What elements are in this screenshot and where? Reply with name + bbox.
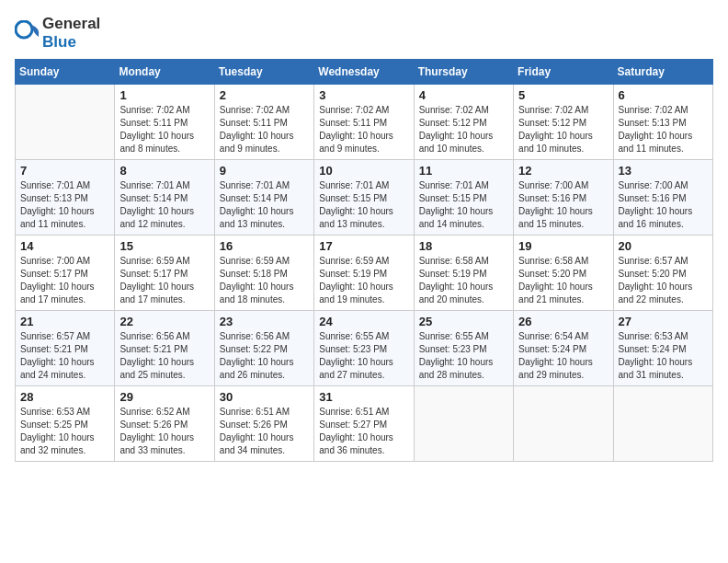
day-cell: 9Sunrise: 7:01 AM Sunset: 5:14 PM Daylig… bbox=[214, 160, 313, 236]
day-number: 6 bbox=[619, 88, 708, 102]
day-cell: 30Sunrise: 6:51 AM Sunset: 5:26 PM Dayli… bbox=[214, 386, 313, 462]
day-cell bbox=[514, 386, 613, 462]
day-number: 2 bbox=[220, 88, 309, 102]
day-info: Sunrise: 6:58 AM Sunset: 5:20 PM Dayligh… bbox=[518, 255, 608, 306]
day-number: 23 bbox=[220, 315, 309, 328]
col-header-thursday: Thursday bbox=[414, 60, 513, 85]
day-number: 26 bbox=[518, 315, 608, 328]
day-number: 4 bbox=[419, 88, 508, 102]
day-info: Sunrise: 7:00 AM Sunset: 5:16 PM Dayligh… bbox=[518, 179, 608, 231]
day-cell bbox=[16, 85, 115, 160]
day-cell: 17Sunrise: 6:59 AM Sunset: 5:19 PM Dayli… bbox=[314, 236, 414, 311]
day-number: 20 bbox=[619, 239, 708, 253]
day-cell: 3Sunrise: 7:02 AM Sunset: 5:11 PM Daylig… bbox=[314, 85, 414, 160]
page-header: General Blue bbox=[15, 15, 713, 52]
day-number: 1 bbox=[119, 88, 209, 102]
calendar-table: SundayMondayTuesdayWednesdayThursdayFrid… bbox=[15, 59, 713, 462]
day-cell: 22Sunrise: 6:56 AM Sunset: 5:21 PM Dayli… bbox=[115, 311, 214, 386]
day-info: Sunrise: 7:00 AM Sunset: 5:16 PM Dayligh… bbox=[619, 179, 708, 231]
week-row-2: 7Sunrise: 7:01 AM Sunset: 5:13 PM Daylig… bbox=[16, 160, 713, 236]
day-number: 30 bbox=[220, 390, 309, 404]
day-number: 21 bbox=[20, 315, 109, 328]
day-info: Sunrise: 6:56 AM Sunset: 5:21 PM Dayligh… bbox=[119, 330, 209, 382]
day-cell: 21Sunrise: 6:57 AM Sunset: 5:21 PM Dayli… bbox=[16, 311, 115, 386]
day-info: Sunrise: 7:02 AM Sunset: 5:13 PM Dayligh… bbox=[619, 104, 708, 155]
logo-general: General bbox=[42, 15, 100, 32]
day-number: 16 bbox=[220, 239, 309, 253]
day-info: Sunrise: 7:02 AM Sunset: 5:11 PM Dayligh… bbox=[220, 104, 309, 155]
day-info: Sunrise: 6:58 AM Sunset: 5:19 PM Dayligh… bbox=[419, 255, 508, 306]
day-info: Sunrise: 6:57 AM Sunset: 5:21 PM Dayligh… bbox=[20, 330, 109, 382]
col-header-monday: Monday bbox=[115, 60, 214, 85]
day-cell: 27Sunrise: 6:53 AM Sunset: 5:24 PM Dayli… bbox=[613, 311, 712, 386]
day-cell: 28Sunrise: 6:53 AM Sunset: 5:25 PM Dayli… bbox=[16, 386, 115, 462]
day-cell: 16Sunrise: 6:59 AM Sunset: 5:18 PM Dayli… bbox=[214, 236, 313, 311]
day-info: Sunrise: 6:59 AM Sunset: 5:19 PM Dayligh… bbox=[319, 255, 408, 306]
day-cell: 6Sunrise: 7:02 AM Sunset: 5:13 PM Daylig… bbox=[613, 85, 712, 160]
day-number: 5 bbox=[518, 88, 608, 102]
day-info: Sunrise: 6:56 AM Sunset: 5:22 PM Dayligh… bbox=[220, 330, 309, 382]
day-cell: 31Sunrise: 6:51 AM Sunset: 5:27 PM Dayli… bbox=[314, 386, 414, 462]
day-number: 25 bbox=[419, 315, 508, 328]
day-cell: 5Sunrise: 7:02 AM Sunset: 5:12 PM Daylig… bbox=[514, 85, 613, 160]
day-number: 31 bbox=[319, 390, 408, 404]
day-info: Sunrise: 6:55 AM Sunset: 5:23 PM Dayligh… bbox=[419, 330, 508, 382]
day-cell: 14Sunrise: 7:00 AM Sunset: 5:17 PM Dayli… bbox=[16, 236, 115, 311]
day-cell: 11Sunrise: 7:01 AM Sunset: 5:15 PM Dayli… bbox=[414, 160, 513, 236]
day-cell: 26Sunrise: 6:54 AM Sunset: 5:24 PM Dayli… bbox=[514, 311, 613, 386]
day-cell bbox=[613, 386, 712, 462]
week-row-3: 14Sunrise: 7:00 AM Sunset: 5:17 PM Dayli… bbox=[16, 236, 713, 311]
day-number: 29 bbox=[119, 390, 209, 404]
day-number: 12 bbox=[518, 164, 608, 178]
day-cell: 15Sunrise: 6:59 AM Sunset: 5:17 PM Dayli… bbox=[115, 236, 214, 311]
week-row-4: 21Sunrise: 6:57 AM Sunset: 5:21 PM Dayli… bbox=[16, 311, 713, 386]
day-info: Sunrise: 6:55 AM Sunset: 5:23 PM Dayligh… bbox=[319, 330, 408, 382]
header-row: SundayMondayTuesdayWednesdayThursdayFrid… bbox=[16, 60, 713, 85]
day-info: Sunrise: 6:51 AM Sunset: 5:26 PM Dayligh… bbox=[220, 406, 309, 457]
day-cell: 13Sunrise: 7:00 AM Sunset: 5:16 PM Dayli… bbox=[613, 160, 712, 236]
day-cell: 18Sunrise: 6:58 AM Sunset: 5:19 PM Dayli… bbox=[414, 236, 513, 311]
day-number: 14 bbox=[20, 239, 109, 253]
day-info: Sunrise: 6:57 AM Sunset: 5:20 PM Dayligh… bbox=[619, 255, 708, 306]
day-info: Sunrise: 7:02 AM Sunset: 5:11 PM Dayligh… bbox=[119, 104, 209, 155]
day-info: Sunrise: 7:02 AM Sunset: 5:12 PM Dayligh… bbox=[419, 104, 508, 155]
day-cell: 23Sunrise: 6:56 AM Sunset: 5:22 PM Dayli… bbox=[214, 311, 313, 386]
day-cell: 12Sunrise: 7:00 AM Sunset: 5:16 PM Dayli… bbox=[514, 160, 613, 236]
day-number: 13 bbox=[619, 164, 708, 178]
week-row-1: 1Sunrise: 7:02 AM Sunset: 5:11 PM Daylig… bbox=[16, 85, 713, 160]
day-cell: 24Sunrise: 6:55 AM Sunset: 5:23 PM Dayli… bbox=[314, 311, 414, 386]
day-number: 28 bbox=[20, 390, 109, 404]
col-header-friday: Friday bbox=[514, 60, 613, 85]
day-cell: 19Sunrise: 6:58 AM Sunset: 5:20 PM Dayli… bbox=[514, 236, 613, 311]
day-info: Sunrise: 7:01 AM Sunset: 5:15 PM Dayligh… bbox=[419, 179, 508, 231]
day-cell: 20Sunrise: 6:57 AM Sunset: 5:20 PM Dayli… bbox=[613, 236, 712, 311]
svg-point-0 bbox=[16, 21, 32, 38]
day-info: Sunrise: 6:59 AM Sunset: 5:18 PM Dayligh… bbox=[220, 255, 309, 306]
day-info: Sunrise: 6:54 AM Sunset: 5:24 PM Dayligh… bbox=[518, 330, 608, 382]
day-number: 10 bbox=[319, 164, 408, 178]
day-cell: 2Sunrise: 7:02 AM Sunset: 5:11 PM Daylig… bbox=[214, 85, 313, 160]
day-info: Sunrise: 6:51 AM Sunset: 5:27 PM Dayligh… bbox=[319, 406, 408, 457]
day-number: 9 bbox=[220, 164, 309, 178]
day-cell: 1Sunrise: 7:02 AM Sunset: 5:11 PM Daylig… bbox=[115, 85, 214, 160]
day-number: 27 bbox=[619, 315, 708, 328]
day-info: Sunrise: 7:02 AM Sunset: 5:11 PM Dayligh… bbox=[319, 104, 408, 155]
day-info: Sunrise: 7:02 AM Sunset: 5:12 PM Dayligh… bbox=[518, 104, 608, 155]
day-info: Sunrise: 7:01 AM Sunset: 5:14 PM Dayligh… bbox=[220, 179, 309, 231]
day-number: 11 bbox=[419, 164, 508, 178]
day-number: 17 bbox=[319, 239, 408, 253]
day-info: Sunrise: 7:01 AM Sunset: 5:14 PM Dayligh… bbox=[119, 179, 209, 231]
day-number: 8 bbox=[119, 164, 209, 178]
day-info: Sunrise: 6:53 AM Sunset: 5:24 PM Dayligh… bbox=[619, 330, 708, 382]
day-info: Sunrise: 6:59 AM Sunset: 5:17 PM Dayligh… bbox=[119, 255, 209, 306]
day-info: Sunrise: 7:01 AM Sunset: 5:13 PM Dayligh… bbox=[20, 179, 109, 231]
day-number: 24 bbox=[319, 315, 408, 328]
logo-blue: Blue bbox=[42, 33, 76, 51]
logo: General Blue bbox=[15, 15, 100, 52]
col-header-tuesday: Tuesday bbox=[214, 60, 313, 85]
day-number: 22 bbox=[119, 315, 209, 328]
day-cell: 7Sunrise: 7:01 AM Sunset: 5:13 PM Daylig… bbox=[16, 160, 115, 236]
col-header-saturday: Saturday bbox=[613, 60, 712, 85]
day-cell: 10Sunrise: 7:01 AM Sunset: 5:15 PM Dayli… bbox=[314, 160, 414, 236]
day-info: Sunrise: 6:52 AM Sunset: 5:26 PM Dayligh… bbox=[119, 406, 209, 457]
